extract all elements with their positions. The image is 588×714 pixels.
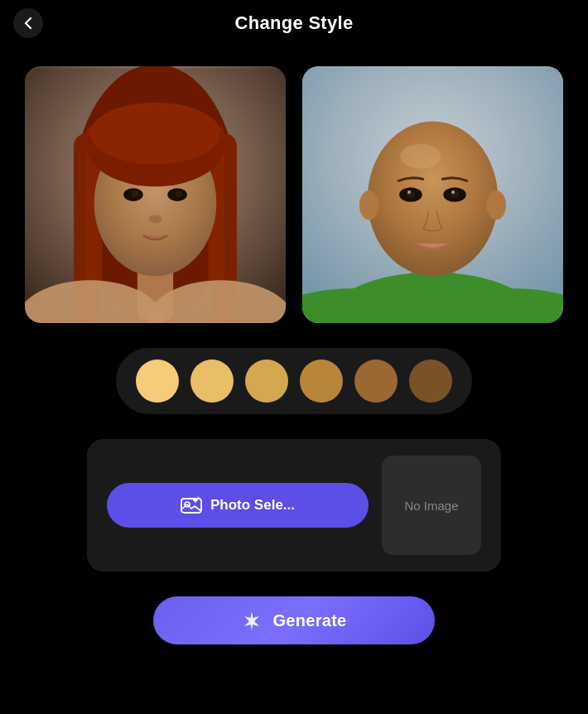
svg-point-12 (132, 191, 138, 197)
svg-point-21 (368, 121, 499, 276)
header: Change Style (0, 0, 588, 46)
controls-container: Photo Sele... No Image (87, 439, 501, 572)
tone-swatch-4[interactable] (300, 359, 343, 403)
svg-point-25 (407, 190, 415, 198)
portrait-right (302, 66, 563, 323)
svg-point-29 (359, 191, 379, 220)
photo-select-label: Photo Sele... (210, 497, 295, 514)
palette-section (0, 340, 588, 422)
tone-swatch-5[interactable] (354, 359, 398, 403)
svg-point-14 (149, 215, 162, 224)
controls-section: Photo Sele... No Image (0, 422, 588, 588)
no-image-box: No Image (382, 456, 481, 555)
tone-swatch-6[interactable] (409, 359, 452, 403)
generate-label: Generate (272, 611, 346, 630)
back-button[interactable] (13, 8, 43, 38)
page-title: Change Style (235, 12, 354, 34)
no-image-text: No Image (404, 499, 458, 513)
svg-point-27 (407, 191, 411, 194)
generate-button[interactable]: Generate (153, 596, 435, 644)
tone-swatch-3[interactable] (245, 359, 288, 403)
svg-point-22 (400, 144, 441, 169)
palette-container (116, 348, 472, 414)
portrait-section (0, 46, 588, 340)
tone-swatch-2[interactable] (190, 359, 234, 403)
portrait-left (25, 66, 286, 323)
generate-section: Generate (0, 588, 588, 653)
svg-point-26 (451, 190, 459, 198)
svg-point-9 (90, 103, 221, 165)
svg-point-30 (486, 191, 506, 220)
svg-point-13 (176, 191, 182, 197)
photo-select-button[interactable]: Photo Sele... (107, 483, 369, 528)
svg-point-28 (451, 191, 455, 194)
tone-swatch-1[interactable] (136, 359, 179, 403)
controls-row: Photo Sele... No Image (107, 456, 481, 555)
